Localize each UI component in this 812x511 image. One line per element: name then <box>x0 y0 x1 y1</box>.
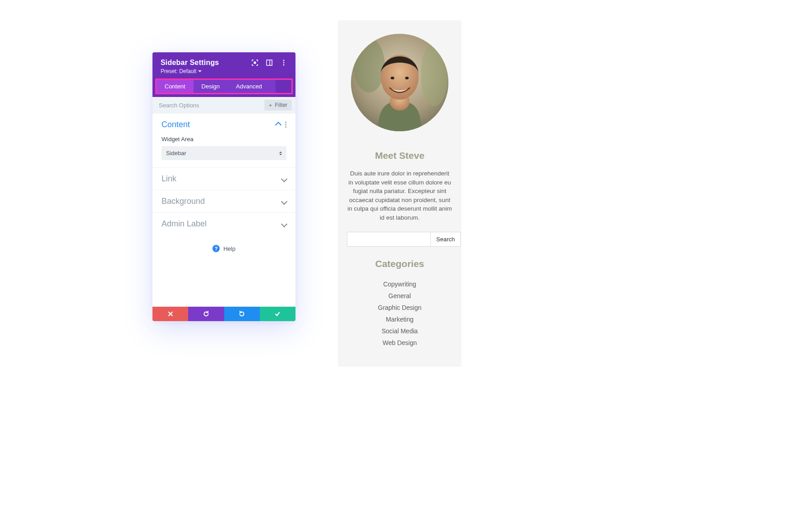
section-link-header[interactable]: Link <box>152 168 295 190</box>
section-content: Content Widget Area Sidebar <box>152 113 295 167</box>
search-input[interactable] <box>152 97 261 113</box>
tabs-container: Content Design Advanced <box>152 78 295 97</box>
preview-search: Search <box>347 232 452 247</box>
chevron-up-icon <box>275 121 281 128</box>
chevron-down-icon <box>281 198 287 204</box>
svg-point-4 <box>283 62 285 64</box>
category-item[interactable]: Social Media <box>347 325 452 337</box>
tab-content[interactable]: Content <box>157 80 194 93</box>
panel-title: Sidebar Settings <box>161 59 219 67</box>
svg-point-13 <box>391 77 394 79</box>
chevron-down-icon <box>281 175 287 182</box>
avatar <box>351 34 448 131</box>
category-item[interactable]: Graphic Design <box>347 302 452 313</box>
svg-point-10 <box>421 43 448 106</box>
focus-icon[interactable] <box>251 59 258 66</box>
svg-point-14 <box>405 77 409 79</box>
chevron-down-icon <box>281 221 287 227</box>
help-icon: ? <box>212 245 220 252</box>
section-link: Link <box>152 167 295 190</box>
select-caret-icon <box>279 152 282 155</box>
caret-down-icon <box>198 70 202 72</box>
filter-button[interactable]: + Filter <box>264 100 292 110</box>
category-item[interactable]: Web Design <box>347 337 452 349</box>
section-kebab-icon[interactable] <box>285 121 286 129</box>
svg-rect-1 <box>267 60 272 65</box>
layout-icon[interactable] <box>266 59 273 66</box>
category-item[interactable]: Copywriting <box>347 278 452 290</box>
section-background-header[interactable]: Background <box>152 190 295 212</box>
confirm-button[interactable] <box>260 307 295 321</box>
kebab-icon[interactable] <box>280 59 287 66</box>
search-row: + Filter <box>152 97 295 113</box>
svg-point-3 <box>283 60 285 61</box>
preset-selector[interactable]: Preset: Default <box>161 68 202 74</box>
section-admin-label-title: Admin Label <box>161 219 207 229</box>
section-background: Background <box>152 190 295 212</box>
section-link-title: Link <box>161 174 176 184</box>
section-admin-label-header[interactable]: Admin Label <box>152 213 295 235</box>
filter-label: Filter <box>275 102 287 108</box>
sidebar-preview: Meet Steve Duis aute irure dolor in repr… <box>338 20 461 367</box>
categories-title: Categories <box>347 258 452 269</box>
tab-advanced[interactable]: Advanced <box>228 80 276 93</box>
tab-design[interactable]: Design <box>194 80 228 93</box>
undo-button[interactable] <box>188 307 224 321</box>
section-background-title: Background <box>161 197 205 206</box>
redo-button[interactable] <box>224 307 260 321</box>
panel-header: Sidebar Settings Preset: Default <box>152 52 295 78</box>
widget-area-value: Sidebar <box>166 150 186 157</box>
cancel-button[interactable] <box>152 307 188 321</box>
widget-area-label: Widget Area <box>161 136 286 143</box>
section-admin-label: Admin Label <box>152 212 295 235</box>
preview-search-button[interactable]: Search <box>430 232 461 247</box>
widget-area-select[interactable]: Sidebar <box>161 146 286 160</box>
help-label: Help <box>223 245 235 252</box>
category-item[interactable]: Marketing <box>347 313 452 325</box>
svg-point-5 <box>283 64 285 66</box>
section-content-header[interactable]: Content <box>152 114 295 136</box>
section-content-body: Widget Area Sidebar <box>152 136 295 167</box>
help-link[interactable]: ? Help <box>152 235 295 262</box>
plus-icon: + <box>269 102 272 108</box>
panel-footer <box>152 307 295 321</box>
svg-point-0 <box>254 62 256 64</box>
preview-search-input[interactable] <box>347 232 430 247</box>
categories-list: Copywriting General Graphic Design Marke… <box>347 278 452 349</box>
section-content-title: Content <box>161 120 190 129</box>
svg-point-9 <box>353 38 385 92</box>
bio-text: Duis aute irure dolor in reprehenderit i… <box>347 169 452 222</box>
preset-label: Preset: Default <box>161 68 196 74</box>
category-item[interactable]: General <box>347 290 452 302</box>
meet-title: Meet Steve <box>347 150 452 161</box>
sidebar-settings-panel: Sidebar Settings Preset: Default <box>152 52 295 321</box>
